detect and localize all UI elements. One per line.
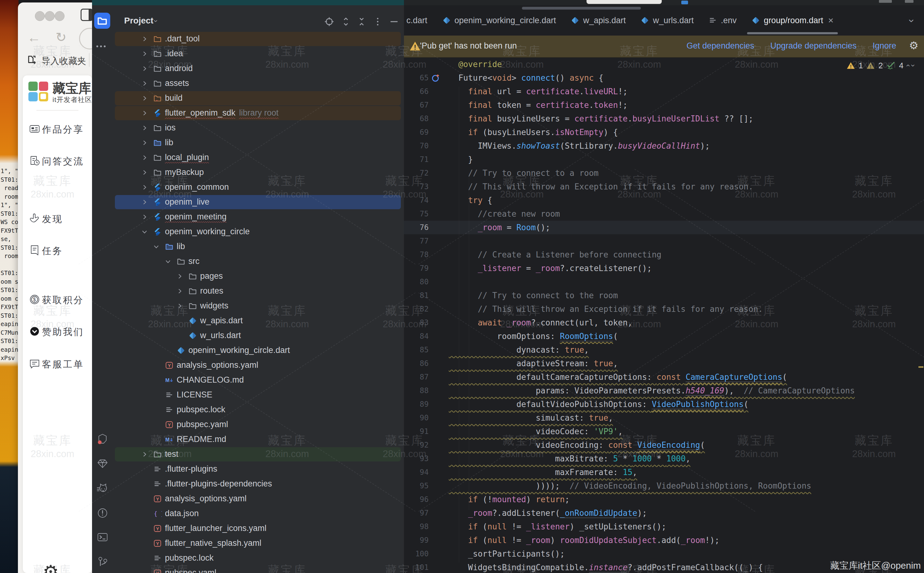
sidebar-item-support[interactable]: 客服工单: [23, 357, 92, 372]
tree-item-widgets[interactable]: widgets: [113, 299, 404, 313]
expand-all-icon[interactable]: [341, 16, 352, 28]
tree-item-openim_meeting[interactable]: openim_meeting: [113, 210, 404, 224]
tree-item-lib[interactable]: lib: [113, 239, 404, 254]
project-panel-title[interactable]: Project ›: [124, 16, 157, 26]
tree-item-flutter_openim_sdk[interactable]: flutter_openim_sdklibrary root: [113, 106, 404, 121]
close-tab-icon[interactable]: ×: [828, 15, 833, 26]
tree-item-w_apis.dart[interactable]: w_apis.dart: [113, 313, 404, 328]
problems-button[interactable]: [96, 507, 109, 519]
chevron-collapsed-icon[interactable]: [141, 35, 148, 43]
sidebar-toggle-icon[interactable]: [81, 9, 92, 21]
tree-item-openim_working_circle[interactable]: openim_working_circle: [113, 224, 404, 239]
chevron-collapsed-icon[interactable]: [141, 451, 148, 458]
chevron-collapsed-icon[interactable]: [141, 199, 148, 206]
sidebar-item-share[interactable]: 作品分享: [23, 122, 92, 137]
tree-item-flutter_launcher_icons.yaml[interactable]: Yflutter_launcher_icons.yaml: [113, 521, 404, 536]
ignore-link[interactable]: Ignore: [872, 41, 896, 51]
chevron-expanded-icon[interactable]: [164, 258, 172, 265]
plugin-cat-button[interactable]: [96, 482, 109, 495]
overrides-method-gutter-icon[interactable]: [431, 73, 440, 83]
tree-item-openim_live[interactable]: openim_live: [113, 195, 404, 210]
tree-item-.flutter-plugins-dependencies[interactable]: .flutter-plugins-dependencies: [113, 477, 404, 492]
tab-list-dropdown-icon[interactable]: ›: [910, 15, 921, 26]
tree-item-openim_common[interactable]: openim_common: [113, 180, 404, 195]
sidebar-item-discover[interactable]: 发现: [23, 212, 92, 227]
settings-gear-icon[interactable]: ⚙: [43, 561, 59, 573]
chevron-collapsed-icon[interactable]: [141, 154, 148, 161]
chevron-collapsed-icon[interactable]: [141, 95, 148, 102]
tree-item-android[interactable]: android: [113, 61, 404, 76]
tree-item-pubspec.lock[interactable]: pubspec.lock: [113, 402, 404, 417]
chevron-expanded-icon[interactable]: [153, 243, 160, 250]
hide-icon[interactable]: [389, 16, 400, 28]
tree-item-ios[interactable]: ios: [113, 121, 404, 135]
collapse-all-icon[interactable]: [356, 16, 367, 28]
avatar[interactable]: [79, 28, 92, 49]
tree-item-routes[interactable]: routes: [113, 284, 404, 299]
tree-item-src[interactable]: src: [113, 254, 404, 269]
tree-item-data.json[interactable]: { }data.json: [113, 506, 404, 521]
tree-item-CHANGELOG.md[interactable]: MCHANGELOG.md: [113, 373, 404, 388]
chevron-collapsed-icon[interactable]: [176, 302, 183, 310]
tree-item-local_plugin[interactable]: local_plugin: [113, 150, 404, 165]
tree-item-lib[interactable]: lib: [113, 135, 404, 150]
sidebar-item-sponsor[interactable]: 赞助我们: [23, 324, 92, 339]
chevron-collapsed-icon[interactable]: [141, 183, 148, 191]
back-icon[interactable]: ←: [27, 30, 41, 45]
project-tool-button[interactable]: [94, 13, 110, 29]
flutter-inspector-button[interactable]: [96, 457, 109, 470]
tab-scrollbar[interactable]: [522, 7, 641, 9]
sidebar-item-points[interactable]: $获取积分: [23, 293, 92, 307]
tab-w_apis.dart[interactable]: w_apis.dart: [563, 5, 633, 36]
chevron-collapsed-icon[interactable]: [141, 80, 148, 87]
tab-w_urls.dart[interactable]: w_urls.dart: [633, 5, 701, 36]
chevron-collapsed-icon[interactable]: [141, 50, 148, 58]
tree-item-README.md[interactable]: MREADME.md: [113, 432, 404, 447]
tree-item-pubspec.lock[interactable]: pubspec.lock: [113, 551, 404, 565]
chevron-collapsed-icon[interactable]: [176, 287, 183, 295]
terminal-button[interactable]: [96, 531, 109, 543]
close-window-button[interactable]: [35, 11, 45, 21]
tree-item-build[interactable]: *build: [113, 91, 404, 106]
tree-item-.idea[interactable]: *.idea: [113, 46, 404, 61]
tree-item-test[interactable]: test: [113, 447, 404, 462]
code-editor[interactable]: @override65 Future<void> connect() async…: [404, 57, 924, 573]
chevron-collapsed-icon[interactable]: [141, 213, 148, 221]
locate-icon[interactable]: [324, 16, 335, 28]
tab-.env[interactable]: .env: [701, 5, 744, 36]
notification-settings-gear-icon[interactable]: ⚙: [909, 39, 918, 52]
upgrade-dependencies-link[interactable]: Upgrade dependencies: [770, 41, 856, 51]
reload-icon[interactable]: ↻: [56, 30, 66, 45]
import-bookmarks-label[interactable]: 导入收藏夹: [41, 55, 86, 67]
tree-item-pages[interactable]: pages: [113, 269, 404, 284]
tree-item-.flutter-plugins[interactable]: .flutter-plugins: [113, 462, 404, 477]
tree-item-w_urls.dart[interactable]: w_urls.dart: [113, 328, 404, 343]
chevron-collapsed-icon[interactable]: [141, 65, 148, 72]
minimize-window-button[interactable]: [45, 11, 55, 21]
chevron-collapsed-icon[interactable]: [141, 139, 148, 147]
tab-c.dart[interactable]: c.dart: [401, 5, 435, 36]
chevron-collapsed-icon[interactable]: [141, 169, 148, 176]
tree-item-openim_working_circle.dart[interactable]: openim_working_circle.dart: [113, 343, 404, 358]
more-tool-windows-icon[interactable]: [96, 45, 109, 47]
more-icon[interactable]: [373, 16, 384, 28]
tree-item-.dart_tool[interactable]: .dart_tool: [113, 31, 404, 46]
tree-item-flutter_native_splash.yaml[interactable]: Yflutter_native_splash.yaml: [113, 536, 404, 551]
get-dependencies-link[interactable]: Get dependencies: [687, 41, 754, 51]
tab-openim_working_circle.dart[interactable]: openim_working_circle.dart: [435, 5, 563, 36]
chevron-collapsed-icon[interactable]: [176, 272, 183, 280]
package-tool-button[interactable]: [96, 433, 109, 445]
sidebar-item-tasks[interactable]: 任务: [23, 244, 92, 258]
tab-group/room.dart[interactable]: group/room.dart×: [744, 5, 841, 36]
chevron-expanded-icon[interactable]: [141, 228, 148, 235]
tree-item-analysis_options.yaml[interactable]: Yanalysis_options.yaml: [113, 492, 404, 506]
chevron-collapsed-icon[interactable]: [141, 110, 148, 117]
zoom-window-button[interactable]: [55, 11, 64, 21]
version-control-button[interactable]: [96, 556, 109, 568]
tree-item-analysis_options.yaml[interactable]: Yanalysis_options.yaml: [113, 358, 404, 373]
import-folder-icon[interactable]: [27, 54, 39, 66]
tree-item-pubspec.yaml[interactable]: Ypubspec.yaml: [113, 565, 404, 573]
chevron-collapsed-icon[interactable]: [141, 124, 148, 132]
tree-item-LICENSE[interactable]: LICENSE: [113, 388, 404, 402]
tree-item-pubspec.yaml[interactable]: Ypubspec.yaml: [113, 417, 404, 432]
